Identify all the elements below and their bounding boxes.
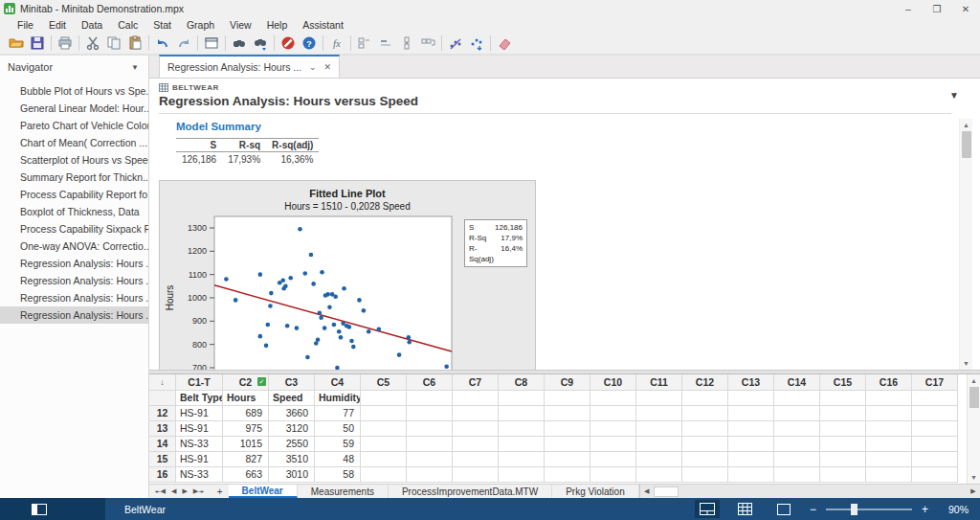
update-graph-icon[interactable] bbox=[466, 34, 487, 53]
column-name-cell[interactable] bbox=[866, 391, 912, 406]
navigator-item[interactable]: Regression Analysis: Hours ... bbox=[0, 306, 148, 324]
grid-cell[interactable] bbox=[866, 421, 912, 437]
navigator-item[interactable]: General Linear Model: Hour... bbox=[0, 100, 148, 117]
grid-cell[interactable] bbox=[453, 437, 499, 452]
split-view-button[interactable] bbox=[695, 500, 720, 518]
sheet-tab-processimprovementdata-mtw[interactable]: ProcessImprovementData.MTW bbox=[389, 485, 552, 498]
grid-cell[interactable] bbox=[820, 452, 866, 467]
cancel-icon[interactable] bbox=[278, 34, 299, 53]
grid-horizontal-scrollbar[interactable]: ◀ ▶ bbox=[639, 485, 980, 498]
grid-cell[interactable] bbox=[728, 421, 774, 437]
grid-cell[interactable] bbox=[682, 421, 728, 437]
undo-icon[interactable] bbox=[152, 34, 173, 53]
grid-cell[interactable]: 663 bbox=[223, 467, 269, 483]
add-sheet-button[interactable]: + bbox=[212, 485, 229, 498]
new-window-icon[interactable] bbox=[201, 34, 222, 53]
zoom-slider-handle[interactable] bbox=[851, 504, 858, 515]
move-columns-icon[interactable] bbox=[417, 34, 438, 53]
grid-cell[interactable] bbox=[912, 406, 958, 421]
grid-cell[interactable] bbox=[820, 421, 866, 437]
open-icon[interactable] bbox=[6, 34, 27, 53]
column-header-c9[interactable]: C9 bbox=[545, 374, 590, 391]
last-sheet-icon[interactable]: ▶⯮ bbox=[193, 487, 204, 495]
insert-column-icon[interactable] bbox=[396, 34, 417, 53]
column-name-cell[interactable] bbox=[361, 391, 407, 406]
find-icon[interactable] bbox=[229, 34, 250, 53]
column-header-c4[interactable]: C4 bbox=[315, 374, 361, 391]
zoom-in-button[interactable]: + bbox=[922, 505, 928, 514]
column-header-c12[interactable]: C12 bbox=[682, 374, 728, 391]
grid-cell[interactable] bbox=[866, 467, 912, 483]
grid-cell[interactable] bbox=[774, 467, 820, 483]
column-name-cell[interactable]: Humidity bbox=[315, 391, 361, 406]
menu-graph[interactable]: Graph bbox=[179, 18, 222, 32]
column-name-cell[interactable] bbox=[545, 391, 590, 406]
grid-cell[interactable] bbox=[820, 406, 866, 421]
grid-cell[interactable]: HS-91 bbox=[176, 421, 223, 437]
navigator-item[interactable]: Process Capability Report fo... bbox=[0, 186, 148, 203]
column-name-cell[interactable]: Hours bbox=[223, 391, 269, 406]
column-name-cell[interactable] bbox=[682, 391, 728, 406]
menu-stat[interactable]: Stat bbox=[145, 18, 179, 32]
menu-help[interactable]: Help bbox=[259, 18, 296, 32]
document-tab[interactable]: Regression Analysis: Hours ... ⌄ ✕ bbox=[159, 55, 340, 78]
scroll-up-icon[interactable]: ▲ bbox=[968, 374, 980, 387]
grid-cell[interactable] bbox=[682, 467, 728, 483]
column-header-c10[interactable]: C10 bbox=[590, 374, 636, 391]
column-name-cell[interactable] bbox=[912, 391, 958, 406]
grid-cell[interactable] bbox=[453, 452, 499, 467]
grid-cell[interactable]: 689 bbox=[223, 406, 269, 421]
output-vertical-scrollbar[interactable]: ▲ ▼ bbox=[959, 119, 972, 370]
grid-cell[interactable]: NS-33 bbox=[176, 437, 223, 452]
menu-assistant[interactable]: Assistant bbox=[295, 18, 351, 32]
grid-cell[interactable] bbox=[774, 406, 820, 421]
grid-cell[interactable] bbox=[361, 452, 407, 467]
grid-cell[interactable] bbox=[361, 467, 407, 483]
save-icon[interactable] bbox=[27, 34, 48, 53]
zoom-slider[interactable] bbox=[826, 509, 912, 510]
column-name-cell[interactable]: Speed bbox=[269, 391, 315, 406]
row-number[interactable]: 12 bbox=[149, 406, 176, 421]
menu-file[interactable]: File bbox=[10, 18, 41, 32]
print-icon[interactable] bbox=[55, 34, 76, 53]
menu-view[interactable]: View bbox=[222, 18, 259, 32]
scrollbar-thumb[interactable] bbox=[654, 486, 679, 497]
grid-cell[interactable]: 3660 bbox=[269, 406, 315, 421]
column-name-cell[interactable] bbox=[407, 391, 453, 406]
grid-cell[interactable] bbox=[590, 467, 636, 483]
sheet-tab-prkg-violation[interactable]: Prkg Violation bbox=[552, 485, 639, 498]
grid-cell[interactable] bbox=[728, 406, 774, 421]
row-number[interactable]: 14 bbox=[149, 437, 176, 452]
navigator-item[interactable]: Chart of Mean( Correction ... bbox=[0, 134, 148, 151]
grid-cell[interactable] bbox=[545, 452, 590, 467]
column-header-c14[interactable]: C14 bbox=[774, 374, 820, 391]
grid-cell[interactable]: 77 bbox=[315, 406, 361, 421]
grid-cell[interactable]: 59 bbox=[315, 437, 361, 452]
grid-cell[interactable] bbox=[590, 452, 636, 467]
redo-icon[interactable] bbox=[173, 34, 194, 53]
grid-cell[interactable] bbox=[407, 452, 453, 467]
grid-cell[interactable] bbox=[728, 452, 774, 467]
fx-icon[interactable]: fx bbox=[326, 34, 347, 53]
scroll-right-icon[interactable]: ▶ bbox=[967, 487, 980, 495]
scroll-down-icon[interactable]: ▼ bbox=[960, 357, 973, 370]
scroll-up-icon[interactable]: ▲ bbox=[960, 119, 973, 131]
grid-cell[interactable] bbox=[590, 437, 636, 452]
grid-cell[interactable] bbox=[407, 437, 453, 452]
grid-cell[interactable] bbox=[866, 452, 912, 467]
grid-cell[interactable] bbox=[636, 452, 682, 467]
column-header-c5[interactable]: C5 bbox=[361, 374, 407, 391]
column-name-cell[interactable]: Belt Type bbox=[176, 391, 223, 406]
column-header-c6[interactable]: C6 bbox=[407, 374, 453, 391]
navigator-item[interactable]: Regression Analysis: Hours ... bbox=[0, 255, 148, 272]
grid-cell[interactable] bbox=[866, 437, 912, 452]
navigator-item[interactable]: Regression Analysis: Hours ... bbox=[0, 272, 148, 289]
grid-cell[interactable] bbox=[545, 437, 590, 452]
grid-corner-cell[interactable]: ↓ bbox=[149, 374, 176, 391]
grid-cell[interactable]: HS-91 bbox=[176, 406, 223, 421]
grid-cell[interactable] bbox=[774, 437, 820, 452]
navigator-item[interactable]: Summary Report for Thickn... bbox=[0, 169, 148, 186]
grid-cell[interactable]: 3120 bbox=[269, 421, 315, 437]
insert-rows-icon[interactable] bbox=[354, 34, 375, 53]
grid-cell[interactable] bbox=[453, 406, 499, 421]
